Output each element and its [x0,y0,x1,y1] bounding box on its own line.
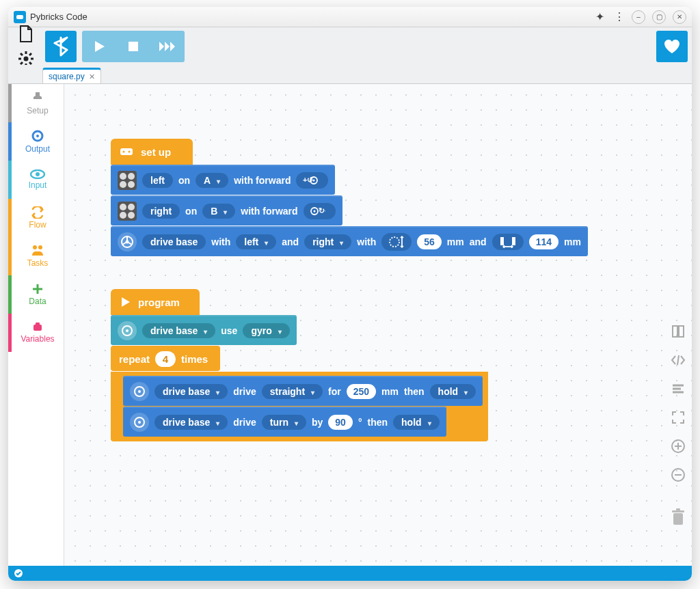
canvas-tools-rail [670,323,686,525]
support-button[interactable] [656,31,688,62]
svg-point-1 [24,56,29,61]
steering-wheel-icon [130,382,149,401]
list-icon[interactable] [670,381,686,397]
wheel-diameter-icon [381,233,412,251]
status-ok-icon [14,569,23,578]
motor-icon [118,202,137,221]
close-tab-icon[interactable]: ✕ [89,72,95,81]
category-sidebar: Setup Output Input Flow Tasks Data [8,84,64,566]
titlebar: Pybricks Code ✦ ⋮ – ▢ ✕ [8,7,692,27]
drivebase-target-dropdown[interactable]: drive base [154,384,228,399]
extensions-icon[interactable]: ✦ [595,10,604,23]
svg-point-22 [123,151,125,153]
category-variables[interactable]: Variables [8,314,64,352]
setup-hat-block[interactable]: set up [111,139,193,165]
distance-input[interactable]: 250 [347,384,376,399]
play-icon [119,296,131,308]
steering-wheel-icon [118,232,137,251]
minimize-button[interactable]: – [632,10,645,24]
svg-rect-38 [512,237,515,245]
svg-line-33 [122,243,126,245]
file-icon[interactable] [17,25,35,43]
svg-point-12 [36,135,39,137]
setup-hat-label: set up [141,146,171,158]
repeat-body: drive base drive straight for 250 mm the… [111,372,488,441]
code-icon[interactable] [670,352,686,368]
svg-text:↻+: ↻+ [319,206,325,215]
program-body: drive base use gyro repeat 4 times [111,315,488,456]
trash-icon[interactable] [670,509,686,525]
repeat-count-input[interactable]: 4 [155,351,176,367]
drivebase-target-dropdown[interactable]: drive base [142,323,215,338]
drivebase-target-dropdown[interactable]: drive base [154,415,228,430]
right-motor-dropdown[interactable]: right [304,234,351,249]
drive-straight-block[interactable]: drive base drive straight for 250 mm the… [123,376,483,406]
direction-dropdown-cw[interactable]: ↻+ [304,203,336,219]
category-label: Input [29,180,47,190]
window-title: Pybricks Code [30,12,88,22]
svg-point-35 [390,237,399,247]
close-button[interactable]: ✕ [673,10,686,24]
svg-point-15 [33,245,37,249]
left-motor-dropdown[interactable]: left [236,234,276,249]
drive-mode-dropdown[interactable]: turn [262,415,306,430]
drive-turn-block[interactable]: drive base drive turn by 90 ° then hold [123,407,446,437]
port-dropdown[interactable]: B [202,204,235,219]
run-button[interactable] [82,31,116,62]
setup-stack[interactable]: set up left on A with forward +↺ [111,139,588,257]
category-label: Data [29,297,46,306]
docs-icon[interactable] [670,323,686,340]
menu-dots-icon[interactable]: ⋮ [614,10,625,23]
maximize-button[interactable]: ▢ [652,10,666,24]
program-hat-block[interactable]: program [111,289,200,315]
repeat-block[interactable]: repeat 4 times [111,346,220,371]
category-data[interactable]: Data [8,275,64,314]
direction-dropdown-ccw[interactable]: +↺ [296,172,328,189]
gyro-mode-dropdown[interactable]: gyro [243,323,289,338]
category-input[interactable]: Input [8,161,64,199]
axle-track-input[interactable]: 114 [529,234,558,249]
svg-point-41 [126,329,129,332]
program-hat-label: program [138,297,180,308]
tab-square-py[interactable]: square.py ✕ [42,68,101,83]
svg-rect-56 [676,508,680,510]
steering-wheel-icon [130,413,149,432]
motor-name-pill[interactable]: left [142,173,173,188]
block-canvas[interactable]: set up left on A with forward +↺ [64,84,692,566]
stop-mode-dropdown[interactable]: hold [393,415,440,430]
steering-wheel-icon [118,321,137,340]
motor-right-block[interactable]: right on B with forward ↻+ [111,195,342,225]
step-button[interactable] [150,31,185,62]
setup-body: left on A with forward +↺ right on B [111,165,588,256]
title-controls: ✦ ⋮ – ▢ ✕ [595,10,686,24]
drive-mode-dropdown[interactable]: straight [262,384,323,399]
category-setup[interactable]: Setup [8,84,64,122]
drivebase-setup-block[interactable]: drive base with left and right with 56 m… [111,226,588,256]
left-toolbar-column [12,25,40,68]
zoom-in-icon[interactable] [670,438,686,454]
hub-icon [119,146,134,157]
fullscreen-icon[interactable] [670,409,686,426]
motor-left-block[interactable]: left on A with forward +↺ [111,165,335,195]
main-toolbar [8,27,692,65]
wheel-diameter-input[interactable]: 56 [417,234,442,249]
svg-rect-37 [500,237,504,245]
angle-input[interactable]: 90 [328,415,353,430]
category-flow[interactable]: Flow [8,199,64,237]
stop-mode-dropdown[interactable]: hold [430,384,476,399]
program-stack[interactable]: program drive base use gyro repeat 4 [111,289,488,456]
svg-point-45 [138,421,141,424]
use-gyro-block[interactable]: drive base use gyro [111,315,297,345]
svg-rect-10 [129,42,138,51]
svg-point-23 [129,151,131,153]
workspace: Setup Output Input Flow Tasks Data [8,84,692,566]
drivebase-name-pill[interactable]: drive base [142,234,206,249]
port-dropdown[interactable]: A [196,173,228,188]
zoom-out-icon[interactable] [670,467,686,483]
stop-button[interactable] [116,31,150,62]
bluetooth-button[interactable] [45,31,77,62]
category-tasks[interactable]: Tasks [8,237,64,275]
category-label: Variables [21,334,54,344]
motor-name-pill[interactable]: right [142,204,180,219]
category-output[interactable]: Output [8,122,64,161]
